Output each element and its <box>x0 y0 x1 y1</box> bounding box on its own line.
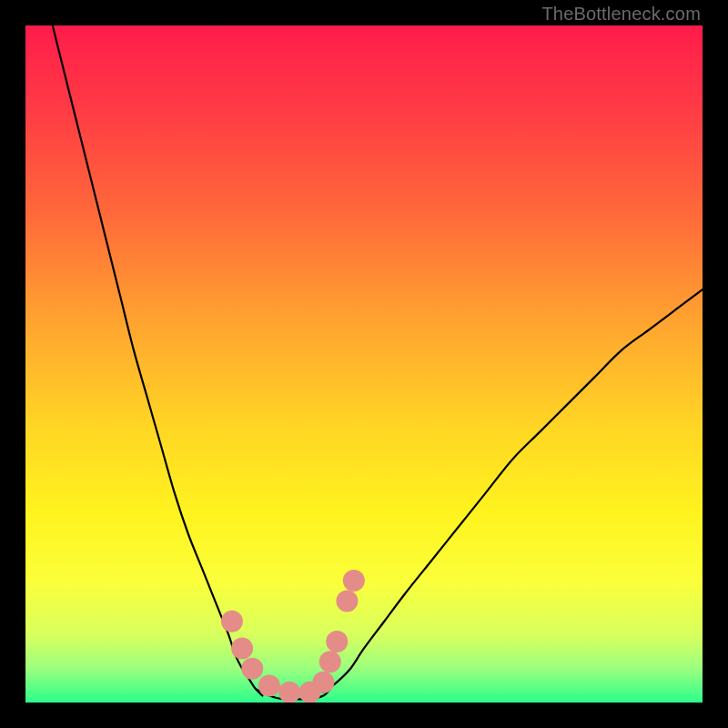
marker-dot <box>241 658 263 680</box>
plot-area <box>25 25 703 703</box>
watermark-text: TheBottleneck.com <box>541 4 701 25</box>
marker-dot <box>221 611 243 632</box>
marker-dot <box>336 590 358 612</box>
bottleneck-chart <box>25 25 703 703</box>
marker-dot <box>278 682 300 703</box>
marker-dot <box>312 672 334 693</box>
marker-dot <box>319 651 341 672</box>
chart-frame: TheBottleneck.com <box>0 0 728 728</box>
marker-dot <box>258 674 280 696</box>
marker-dot <box>326 631 348 652</box>
gradient-background <box>25 25 703 703</box>
marker-dot <box>231 637 253 659</box>
marker-dot <box>343 570 365 592</box>
